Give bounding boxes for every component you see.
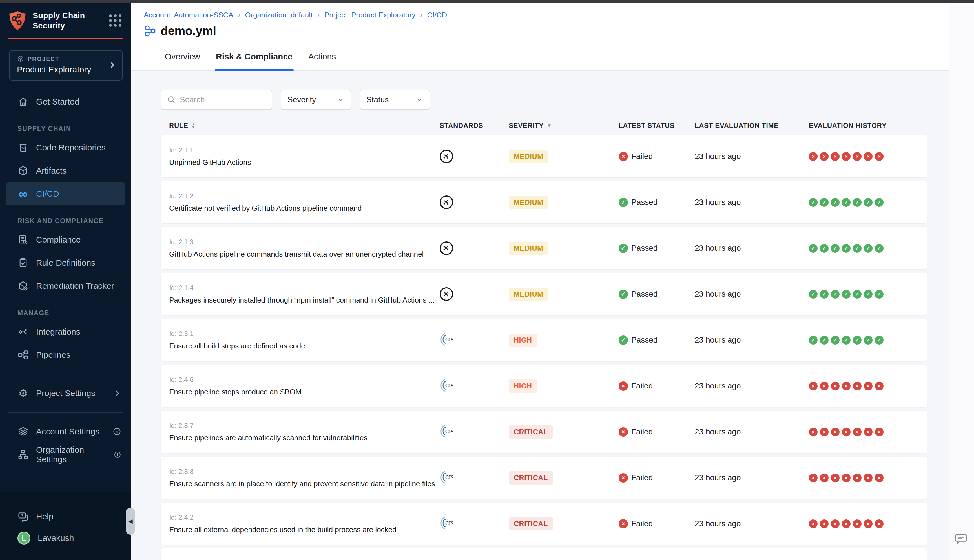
- user-menu[interactable]: L Lavakush: [0, 527, 131, 549]
- severity-filter-select[interactable]: Severity: [281, 90, 351, 110]
- table-row[interactable]: Id: 2.3.8 Ensure scanners are in place t…: [161, 457, 927, 499]
- column-header-severity[interactable]: SEVERITY▼: [500, 122, 610, 130]
- chevron-right-icon: [112, 389, 122, 398]
- history-failed-icon: ×: [853, 152, 862, 161]
- severity-badge: MEDIUM: [509, 288, 548, 301]
- pipelines-icon: [17, 349, 29, 360]
- chat-help-icon[interactable]: [954, 532, 968, 545]
- main-area: Account: Automation-SSCA›Organization: d…: [131, 3, 949, 560]
- info-icon[interactable]: [113, 450, 122, 459]
- history-failed-icon: ×: [875, 473, 884, 482]
- table-row[interactable]: Id: 2.3.7 Ensure pipelines are automatic…: [161, 411, 927, 453]
- evaluation-history-cell: ×××××××: [801, 520, 927, 528]
- rule-name: Unpinned GitHub Actions: [169, 158, 431, 167]
- info-icon[interactable]: [112, 427, 122, 436]
- sidebar-item-help[interactable]: ? Help: [0, 506, 131, 527]
- severity-badge: HIGH: [509, 380, 537, 393]
- tab-actions[interactable]: Actions: [307, 43, 337, 70]
- history-failed-icon: ×: [875, 520, 884, 528]
- sort-icon[interactable]: ▲▼: [192, 123, 195, 129]
- status-label: Failed: [631, 519, 653, 528]
- evaluation-history-cell: ✓✓✓✓✓✓✓: [801, 244, 927, 253]
- column-header-rule[interactable]: RULE▲▼: [161, 122, 431, 130]
- sidebar-item-remediation-tracker[interactable]: Remediation Tracker: [0, 274, 131, 297]
- status-label: Failed: [631, 152, 653, 161]
- table-row[interactable]: Id: 3.1.7 CIS CRITICAL × Failed 23 hours…: [161, 548, 927, 560]
- sidebar-item-compliance[interactable]: Compliance: [0, 228, 131, 251]
- sidebar-collapse-handle[interactable]: ◀: [126, 508, 135, 535]
- sidebar-item-code-repositories[interactable]: </>Code Repositories: [0, 136, 131, 159]
- table-row[interactable]: Id: 2.1.2 Certificate not verified by Gi…: [161, 181, 927, 223]
- history-passed-icon: ✓: [831, 290, 840, 298]
- sidebar-item-pipelines[interactable]: Pipelines: [0, 343, 131, 367]
- project-selector[interactable]: PROJECT Product Exploratory: [9, 50, 123, 80]
- history-failed-icon: ×: [820, 428, 829, 436]
- breadcrumb-link[interactable]: Account: Automation-SSCA: [144, 11, 233, 20]
- sidebar-item-account-settings[interactable]: Account Settings: [0, 420, 131, 443]
- breadcrumb-link[interactable]: Project: Product Exploratory: [324, 11, 416, 20]
- sidebar-item-ci-cd[interactable]: ∞CI/CD: [6, 182, 125, 205]
- sidebar-item-get-started[interactable]: Get Started: [0, 90, 131, 113]
- window-top-strip: [0, 0, 974, 3]
- sidebar-item-label: CI/CD: [36, 189, 59, 198]
- evaluation-history-cell: ×××××××: [801, 473, 927, 482]
- column-label: STANDARDS: [440, 122, 483, 130]
- sort-desc-icon[interactable]: ▼: [547, 123, 552, 128]
- history-failed-icon: ×: [809, 152, 817, 161]
- search-input[interactable]: [180, 95, 266, 104]
- table-row[interactable]: Id: 2.4.2 Ensure all external dependenci…: [161, 503, 927, 545]
- history-failed-icon: ×: [842, 520, 851, 528]
- history-failed-icon: ×: [875, 382, 884, 390]
- table-row[interactable]: Id: 2.1.4 Packages insecurely installed …: [161, 273, 927, 315]
- history-passed-icon: ✓: [809, 244, 817, 253]
- pipeline-dag-icon: [144, 25, 156, 37]
- nav-divider: [8, 412, 123, 413]
- evaluation-history-cell: ✓✓✓✓✓✓✓: [801, 198, 927, 207]
- cis-standard-icon: CIS: [439, 332, 454, 348]
- standards-cell: ✈: [431, 150, 500, 163]
- history-failed-icon: ×: [831, 428, 840, 436]
- evaluation-time-cell: 23 hours ago: [686, 290, 801, 298]
- breadcrumb-link[interactable]: CI/CD: [427, 11, 447, 20]
- sidebar-item-rule-definitions[interactable]: Rule Definitions: [0, 251, 131, 274]
- status-cell: × Failed: [610, 473, 686, 483]
- standards-cell: ✈: [431, 287, 500, 301]
- owasp-standard-icon: ✈: [440, 150, 453, 163]
- sidebar-item-project-settings[interactable]: ⚙Project Settings: [0, 382, 131, 405]
- table-row[interactable]: Id: 2.4.6 Ensure pipeline steps produce …: [161, 365, 927, 407]
- history-failed-icon: ×: [864, 382, 872, 390]
- svg-text:CIS: CIS: [445, 475, 454, 480]
- tab-overview[interactable]: Overview: [164, 43, 201, 70]
- chevron-right-icon: [108, 61, 117, 69]
- status-passed-icon: ✓: [619, 335, 628, 345]
- sidebar-item-integrations[interactable]: Integrations: [0, 320, 131, 343]
- cis-standard-icon: CIS: [439, 470, 454, 486]
- sidebar-item-artifacts[interactable]: Artifacts: [0, 159, 131, 182]
- svg-text:CIS: CIS: [445, 520, 454, 526]
- history-passed-icon: ✓: [875, 198, 884, 207]
- sidebar-item-label: Integrations: [36, 327, 80, 337]
- tab-risk-compliance[interactable]: Risk & Compliance: [215, 43, 294, 70]
- table-row[interactable]: Id: 2.3.1 Ensure all build steps are def…: [161, 319, 927, 361]
- status-passed-icon: ✓: [619, 198, 628, 207]
- history-failed-icon: ×: [864, 473, 872, 482]
- standards-cell: CIS: [431, 517, 500, 530]
- integrations-icon: [17, 326, 29, 337]
- breadcrumb-link[interactable]: Organization: default: [245, 11, 312, 20]
- history-failed-icon: ×: [853, 520, 862, 528]
- app-switcher-icon[interactable]: [108, 13, 123, 28]
- cis-standard-icon: CIS: [439, 378, 454, 394]
- rule-id: Id: 2.3.1: [169, 330, 431, 338]
- screen: Supply ChainSecurity PROJECT Product Exp…: [0, 0, 974, 560]
- history-failed-icon: ×: [831, 520, 840, 528]
- column-label: SEVERITY: [509, 122, 544, 130]
- table-row[interactable]: Id: 2.1.3 GitHub Actions pipeline comman…: [161, 227, 927, 269]
- status-filter-select[interactable]: Status: [360, 90, 430, 110]
- table-row[interactable]: Id: 2.1.1 Unpinned GitHub Actions ✈ MEDI…: [161, 135, 927, 177]
- sidebar-item-organization-settings[interactable]: Organization Settings: [0, 443, 131, 466]
- avatar: L: [17, 532, 30, 545]
- history-failed-icon: ×: [853, 382, 862, 390]
- project-selector-name: Product Exploratory: [17, 65, 105, 74]
- status-passed-icon: ✓: [619, 290, 628, 299]
- sidebar-item-label: Artifacts: [36, 166, 67, 175]
